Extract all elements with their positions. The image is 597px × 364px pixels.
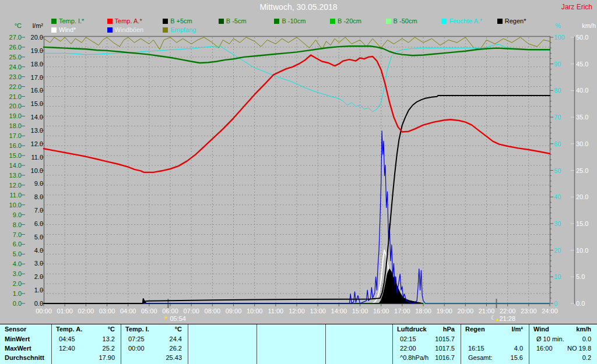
table-cell-value: NO 19.8 [547,345,591,352]
summary-table: SensorMinWertMaxWertDurchschnittTemp. A.… [0,324,597,364]
x-axis-label: 11:00 [264,308,287,314]
x-axis-label: 00:00 [32,308,55,314]
table-col-unit: °C [138,326,182,333]
x-axis-label: 06:00 [159,308,182,314]
lm2-tick-label: 16.0 [22,87,43,94]
celsius-tick-label: 17.0 [2,133,22,139]
table-cell-value: 1017.5 [411,345,455,352]
table-cell-value: 0.2 [547,354,591,362]
percent-tick-label: 20 [554,248,570,254]
celsius-tick-label: 23.0 [2,74,22,80]
table-row-label: Sensor [5,326,26,333]
x-axis-label: 07:00 [180,308,203,314]
lm2-tick-label: 9.0 [22,181,43,187]
lm2-tick-label: 20.0 [22,34,43,41]
series-temp-i [44,46,550,63]
celsius-tick-label: 1.0 [2,291,22,297]
kmh-tick-label: 10.0 [576,248,596,254]
celsius-tick-label: 13.0 [2,172,22,179]
table-column-separator [529,324,529,364]
percent-tick-label: 80 [554,87,570,94]
lm2-tick-label: 19.0 [22,48,43,54]
celsius-tick-label: 6.0 [2,241,22,248]
weather-chart-window: Mittwoch, 30.05.2018 Jarz Erich Temp. I.… [0,0,597,364]
x-axis-label: 19:00 [433,308,456,314]
celsius-tick-label: 9.0 [2,212,22,218]
percent-tick-label: 40 [554,194,570,200]
table-row-label: MaxWert [5,345,31,352]
x-axis-label: 20:00 [454,308,477,314]
percent-tick-label: 100 [554,34,570,41]
lm2-tick-label: 11.0 [22,154,43,161]
celsius-tick-label: 27.0 [2,34,22,41]
x-axis-label: 04:00 [117,308,140,314]
table-cell-value: 25.2 [71,345,115,352]
celsius-tick-label: 11.0 [2,192,22,199]
kmh-tick-label: 50.0 [576,34,596,41]
lm2-tick-label: 4.0 [22,248,43,254]
table-cell-value: 24.4 [138,335,182,343]
table-column-separator [325,324,326,364]
gridlines [44,37,550,303]
celsius-tick-label: 19.0 [2,113,22,119]
sunrise-time-label: 05:54 [170,315,186,322]
celsius-tick-label: 15.0 [2,153,22,159]
table-cell-value: 4.0 [479,345,523,352]
table-cell-value: 1016.7 [411,354,455,362]
x-axis-label: 13:00 [306,308,329,314]
x-axis-label: 15:00 [349,308,372,314]
kmh-tick-label: 35.0 [576,114,596,121]
table-column-separator [461,324,461,364]
celsius-tick-label: 8.0 [2,222,22,228]
x-axis-label: 09:00 [222,308,245,314]
sunrise-icon: ☀ [163,315,168,321]
kmh-tick-label: 20.0 [576,194,596,200]
percent-tick-label: 50 [554,168,570,174]
x-axis-label: 14:00 [327,308,350,314]
kmh-tick-label: 5.0 [576,274,596,280]
celsius-tick-label: 26.0 [2,44,22,51]
sunset-time-label: 21:28 [499,315,515,322]
sunset-arrow-icon: ▲ [494,317,499,323]
percent-tick-label: 90 [554,61,570,68]
celsius-tick-label: 4.0 [2,261,22,267]
percent-tick-label: 0 [554,301,570,307]
lm2-tick-label: 3.0 [22,260,43,267]
lm2-tick-label: 7.0 [22,207,43,214]
lm2-tick-label: 15.0 [22,101,43,107]
celsius-tick-label: 22.0 [2,84,22,90]
lm2-tick-label: 10.0 [22,168,43,174]
x-axis-label: 02:00 [74,308,97,314]
lm2-tick-label: 1.0 [22,287,43,294]
kmh-tick-label: 30.0 [576,141,596,147]
lm2-tick-label: 6.0 [22,221,43,227]
table-cell-value: 15.6 [479,354,523,362]
lm2-tick-label: 14.0 [22,114,43,121]
table-col-unit: l/m² [479,326,523,333]
kmh-tick-label: 0.0 [576,301,596,307]
chart-plot [0,0,597,324]
lm2-tick-label: 5.0 [22,234,43,241]
x-axis-label: 10:00 [243,308,266,314]
celsius-tick-label: 14.0 [2,162,22,169]
table-column-separator [51,324,52,364]
x-axis-label: 03:00 [96,308,119,314]
lm2-tick-label: 8.0 [22,194,43,200]
celsius-tick-label: 24.0 [2,64,22,70]
x-axis-label: 01:00 [53,308,76,314]
table-column-separator [257,324,257,364]
x-axis-label: 18:00 [412,308,435,314]
table-cell-value: 13.2 [71,335,115,343]
percent-tick-label: 60 [554,141,570,147]
x-axis-label: 17:00 [391,308,414,314]
table-row-label: MinWert [5,335,30,343]
table-row-label: Durchschnitt [5,354,44,362]
x-axis-label: 24:00 [538,308,561,314]
x-axis-label: 08:00 [201,308,224,314]
kmh-tick-label: 40.0 [576,87,596,94]
kmh-tick-label: 45.0 [576,61,596,68]
table-col-unit: hPa [411,326,455,333]
table-cell-value: 0.0 [547,335,591,343]
table-cell-value: 1015.7 [411,335,455,343]
celsius-tick-label: 16.0 [2,143,22,149]
